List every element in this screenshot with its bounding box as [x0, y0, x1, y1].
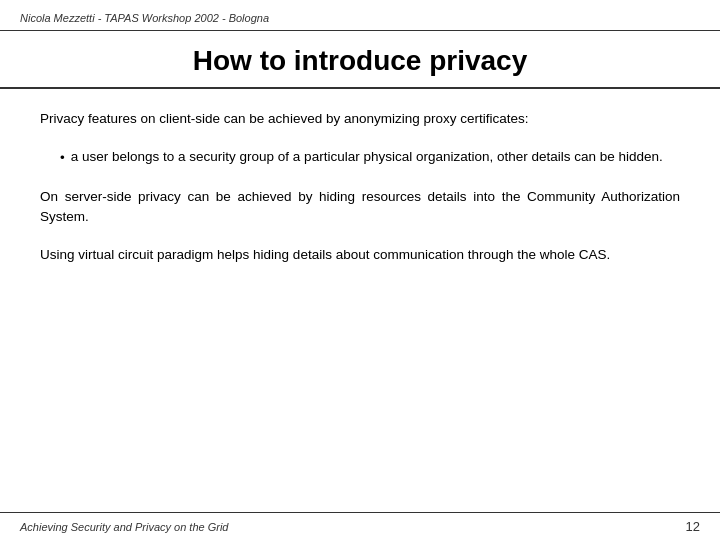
bullet-dot: • — [60, 148, 65, 168]
header-text: Nicola Mezzetti - TAPAS Workshop 2002 - … — [20, 12, 269, 24]
footer-page-number: 12 — [686, 519, 700, 534]
bullet-text-1: a user belongs to a security group of a … — [71, 147, 663, 167]
slide: Nicola Mezzetti - TAPAS Workshop 2002 - … — [0, 0, 720, 540]
bullet-item-1: • a user belongs to a security group of … — [60, 147, 680, 168]
paragraph-1: Privacy features on client-side can be a… — [40, 109, 680, 129]
slide-title: How to introduce privacy — [40, 45, 680, 77]
top-header: Nicola Mezzetti - TAPAS Workshop 2002 - … — [0, 0, 720, 31]
footer: Achieving Security and Privacy on the Gr… — [0, 512, 720, 540]
paragraph-2: On server-side privacy can be achieved b… — [40, 187, 680, 228]
bullet-list: • a user belongs to a security group of … — [60, 147, 680, 168]
footer-left-text: Achieving Security and Privacy on the Gr… — [20, 521, 229, 533]
content-section: Privacy features on client-side can be a… — [0, 89, 720, 512]
paragraph-3: Using virtual circuit paradigm helps hid… — [40, 245, 680, 265]
title-section: How to introduce privacy — [0, 31, 720, 89]
